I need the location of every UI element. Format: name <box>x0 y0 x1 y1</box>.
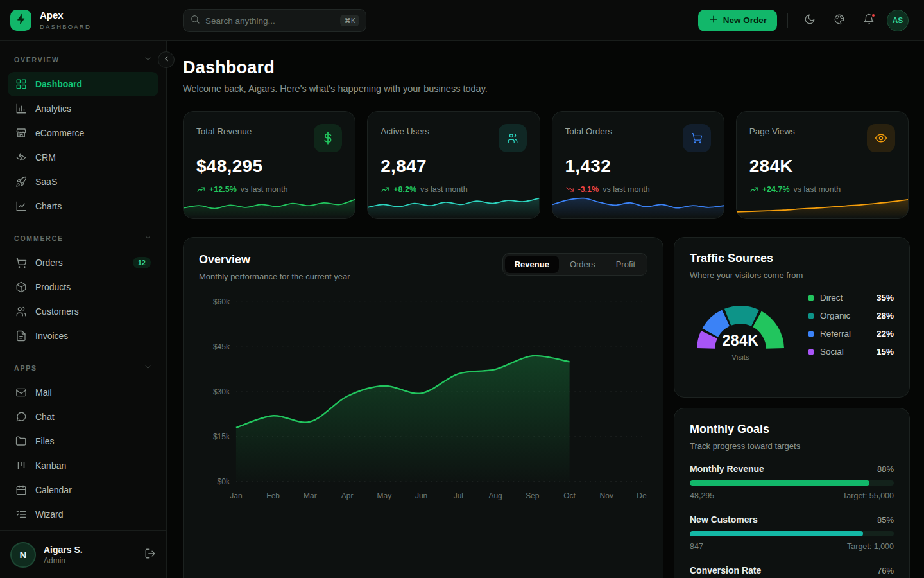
svg-text:Mar: Mar <box>304 491 317 500</box>
sidebar-item-label: Customers <box>35 306 79 317</box>
legend-row-organic: Organic28% <box>808 311 894 320</box>
cart-icon <box>683 124 711 152</box>
chevron-left-icon <box>162 55 171 65</box>
sidebar-item-analytics[interactable]: Analytics <box>8 96 158 121</box>
search-shortcut-badge: ⌘K <box>340 15 359 26</box>
lightning-icon <box>15 13 27 28</box>
overview-subtitle: Monthly performance for the current year <box>199 272 350 281</box>
store-icon <box>15 127 27 139</box>
sidebar-item-products[interactable]: Products <box>8 275 158 299</box>
sidebar-collapse-button[interactable] <box>158 51 175 68</box>
sidebar-item-customers[interactable]: Customers <box>8 299 158 324</box>
theme-toggle-button[interactable] <box>798 9 821 32</box>
chat-icon <box>15 411 27 423</box>
orders-count-badge: 12 <box>133 257 151 268</box>
sidebar-nav: OVERVIEWDashboardAnalyticseCommerceCRMSa… <box>0 41 166 530</box>
traffic-title: Traffic Sources <box>690 252 894 265</box>
topbar: Apex DASHBOARD ⌘K New Order AS <box>0 0 924 41</box>
svg-text:Jun: Jun <box>415 491 427 500</box>
stat-label: Page Views <box>749 124 795 136</box>
stat-sparkline <box>184 182 355 218</box>
svg-text:Feb: Feb <box>266 491 280 500</box>
stat-card-total-orders: Total Orders1,432-3.1%vs last month <box>552 111 724 219</box>
stat-card-active-users: Active Users2,847+8.2%vs last month <box>367 111 540 219</box>
stat-value: $48,295 <box>196 156 342 177</box>
logout-icon <box>144 548 156 561</box>
sidebar-item-dashboard[interactable]: Dashboard <box>8 72 158 96</box>
goal-percent: 76% <box>877 566 894 575</box>
traffic-subtitle: Where your visitors come from <box>690 270 894 280</box>
folder-icon <box>15 435 27 447</box>
rocket-icon <box>15 176 27 188</box>
chart-icon <box>15 200 27 212</box>
gauge-segment-organic <box>728 315 755 318</box>
sidebar-item-chat[interactable]: Chat <box>8 405 158 429</box>
svg-text:Jul: Jul <box>454 491 463 500</box>
overview-card: Overview Monthly performance for the cur… <box>183 237 663 578</box>
sidebar-item-kanban[interactable]: Kanban <box>8 453 158 478</box>
sidebar-item-mail[interactable]: Mail <box>8 380 158 405</box>
goal-target: Target: 1,000 <box>847 542 894 551</box>
goal-label: Monthly Revenue <box>690 464 764 474</box>
sidebar-item-label: Wizard <box>35 509 64 520</box>
appearance-button[interactable] <box>828 9 851 32</box>
sidebar-item-label: Orders <box>35 258 63 268</box>
sidebar-item-label: Products <box>35 282 71 292</box>
svg-text:$30k: $30k <box>213 387 230 396</box>
overview-area-chart: $0k$15k$30k$45k$60kJanFebMarAprMayJunJul… <box>199 292 647 504</box>
legend-percent: 35% <box>877 293 894 302</box>
sidebar-user-footer[interactable]: N Aigars S. Admin <box>0 530 166 578</box>
sidebar-section-header-commerce[interactable]: COMMERCE <box>8 232 158 244</box>
goal-percent: 85% <box>877 515 894 525</box>
box-icon <box>15 281 27 293</box>
sidebar-item-label: eCommerce <box>35 128 84 138</box>
sidebar-item-files[interactable]: Files <box>8 429 158 453</box>
users-icon <box>499 124 527 152</box>
traffic-legend: Direct35%Organic28%Referral22%Social15% <box>808 293 894 356</box>
dollar-icon <box>314 124 342 152</box>
section-label: COMMERCE <box>14 234 64 242</box>
stat-value: 284K <box>749 156 895 177</box>
brand-logo <box>10 10 31 31</box>
sidebar-item-charts[interactable]: Charts <box>8 194 158 218</box>
tab-revenue[interactable]: Revenue <box>505 256 559 273</box>
wizard-icon <box>15 509 27 520</box>
sidebar-item-saas[interactable]: SaaS <box>8 170 158 194</box>
new-order-button[interactable]: New Order <box>698 10 777 31</box>
legend-percent: 28% <box>877 311 894 320</box>
sidebar-item-ecommerce[interactable]: eCommerce <box>8 121 158 145</box>
goal-current: 48,295 <box>690 491 714 500</box>
sidebar-item-calendar[interactable]: Calendar <box>8 478 158 502</box>
svg-text:Aug: Aug <box>488 491 502 500</box>
sidebar-item-orders[interactable]: Orders12 <box>8 250 158 275</box>
logout-button[interactable] <box>144 548 156 561</box>
user-avatar[interactable]: AS <box>887 10 909 31</box>
chevron-down-icon <box>144 362 152 374</box>
invoice-icon <box>15 330 27 342</box>
notifications-button[interactable] <box>857 9 880 32</box>
legend-dot <box>808 295 814 301</box>
tab-profit[interactable]: Profit <box>606 256 645 273</box>
sidebar-item-wizard[interactable]: Wizard <box>8 502 158 527</box>
legend-label: Organic <box>820 311 850 320</box>
legend-row-social: Social15% <box>808 347 894 356</box>
svg-text:Oct: Oct <box>563 491 576 500</box>
sidebar-item-invoices[interactable]: Invoices <box>8 324 158 348</box>
stat-value: 2,847 <box>381 156 526 177</box>
legend-dot <box>808 349 814 355</box>
sidebar-item-crm[interactable]: CRM <box>8 145 158 170</box>
search-input[interactable] <box>205 16 335 26</box>
sidebar-section-header-apps[interactable]: APPS <box>8 362 158 374</box>
handshake-icon <box>15 152 27 163</box>
goal-target: Target: 55,000 <box>843 491 894 500</box>
goal-row-monthly-revenue: Monthly Revenue88%48,295Target: 55,000 <box>690 464 894 500</box>
traffic-center-label: Visits <box>690 353 791 361</box>
tab-orders[interactable]: Orders <box>560 256 605 273</box>
svg-text:Apr: Apr <box>341 491 354 500</box>
search-bar[interactable]: ⌘K <box>183 9 366 32</box>
sidebar-section-header-overview[interactable]: OVERVIEW <box>8 54 158 66</box>
stat-sparkline <box>552 182 724 218</box>
main-content: Dashboard Welcome back, Aigars. Here's w… <box>167 41 924 578</box>
brand-name: Apex <box>40 10 91 21</box>
moon-icon <box>804 13 816 27</box>
